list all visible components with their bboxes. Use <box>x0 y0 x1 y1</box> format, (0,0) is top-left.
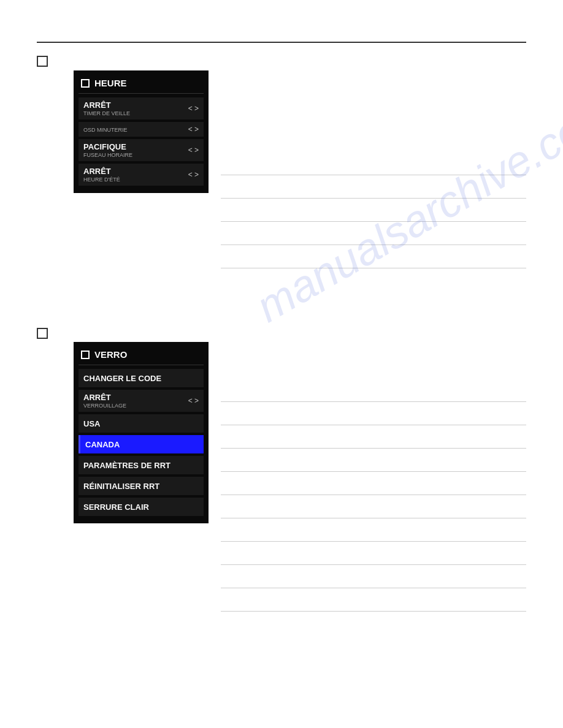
changer-code-label: CHANGER LE CODE <box>83 374 161 383</box>
s2-top-row-1 <box>221 402 526 425</box>
osd-panel-verro: VERRO CHANGER LE CODE ARRÊT VERROUILLAGE… <box>74 342 209 523</box>
s2-top-row-0 <box>221 379 526 402</box>
osd-panel-heure: HEURE ARRÊT TIMER DE VEILLE < > OSD MINU… <box>74 70 209 193</box>
s1-row-0 <box>221 152 526 175</box>
verro-title-label: VERRO <box>94 349 127 360</box>
s1-row-4 <box>221 245 526 268</box>
menu-item-reinitialiser-rrt[interactable]: RÉINITIALISER RRT <box>79 477 204 495</box>
top-divider <box>37 42 526 43</box>
heure-ete-arrows[interactable]: < > <box>188 170 199 179</box>
s2-bot-row-1 <box>221 542 526 565</box>
osd-minuterie-arrows[interactable]: < > <box>188 125 199 134</box>
osd-minuterie-sublabel: OSD MINUTERIE <box>83 127 128 133</box>
menu-item-fuseau[interactable]: PACIFIQUE FUSEAU HORAIRE < > <box>79 139 204 161</box>
timer-veille-label: ARRÊT <box>83 100 130 110</box>
section2-checkbox[interactable] <box>37 328 48 339</box>
section2-table-top <box>221 379 526 425</box>
heure-ete-sublabel: HEURE D'ÉTÉ <box>83 176 120 183</box>
fuseau-sublabel: FUSEAU HORAIRE <box>83 152 132 158</box>
s2-bot-row-3 <box>221 588 526 612</box>
s1-row-3 <box>221 222 526 245</box>
fuseau-arrows[interactable]: < > <box>188 146 199 154</box>
usa-label: USA <box>83 419 100 428</box>
menu-item-usa[interactable]: USA <box>79 414 204 433</box>
heure-ete-label: ARRÊT <box>83 167 120 176</box>
section1-table <box>221 152 526 268</box>
menu-item-serrure-clair[interactable]: SERRURE CLAIR <box>79 498 204 516</box>
parametres-rrt-label: PARAMÈTRES DE RRT <box>83 461 170 470</box>
s2-double-row-1 <box>221 449 526 472</box>
serrure-clair-label: SERRURE CLAIR <box>83 502 149 512</box>
s2-double-row-2 <box>221 472 526 495</box>
verrouillage-label: ARRÊT <box>83 393 126 402</box>
timer-veille-arrows[interactable]: < > <box>188 104 199 113</box>
menu-item-changer-code[interactable]: CHANGER LE CODE <box>79 369 204 387</box>
reinitialiser-rrt-label: RÉINITIALISER RRT <box>83 482 159 491</box>
menu-item-heure-ete[interactable]: ARRÊT HEURE D'ÉTÉ < > <box>79 164 204 186</box>
menu-item-verrouillage[interactable]: ARRÊT VERROUILLAGE < > <box>79 390 204 412</box>
verrouillage-sublabel: VERROUILLAGE <box>83 403 126 409</box>
verrouillage-arrows[interactable]: < > <box>188 396 199 405</box>
s2-bot-row-0 <box>221 518 526 542</box>
s1-row-1 <box>221 175 526 199</box>
section2-table-double <box>221 425 526 518</box>
section2-table-bottom <box>221 518 526 612</box>
section1-checkbox[interactable] <box>37 56 48 67</box>
heure-title-label: HEURE <box>94 78 127 88</box>
heure-title-checkbox[interactable] <box>81 79 90 88</box>
panel-verro-title: VERRO <box>79 347 204 365</box>
panel-heure-title: HEURE <box>79 75 204 94</box>
s2-double-row-3 <box>221 495 526 518</box>
s1-row-2 <box>221 199 526 222</box>
section1-marker <box>37 55 48 67</box>
menu-item-osd-minuterie[interactable]: OSD MINUTERIE < > <box>79 122 204 137</box>
menu-item-canada[interactable]: CANADA <box>79 435 204 453</box>
menu-item-parametres-rrt[interactable]: PARAMÈTRES DE RRT <box>79 456 204 474</box>
timer-veille-sublabel: TIMER DE VEILLE <box>83 110 130 116</box>
s2-bot-row-2 <box>221 565 526 588</box>
fuseau-label: PACIFIQUE <box>83 142 132 151</box>
canada-label: CANADA <box>85 440 120 449</box>
s2-double-row-0 <box>221 425 526 449</box>
section2-marker <box>37 327 48 339</box>
verro-title-checkbox[interactable] <box>81 351 90 359</box>
menu-item-timer-veille[interactable]: ARRÊT TIMER DE VEILLE < > <box>79 97 204 119</box>
